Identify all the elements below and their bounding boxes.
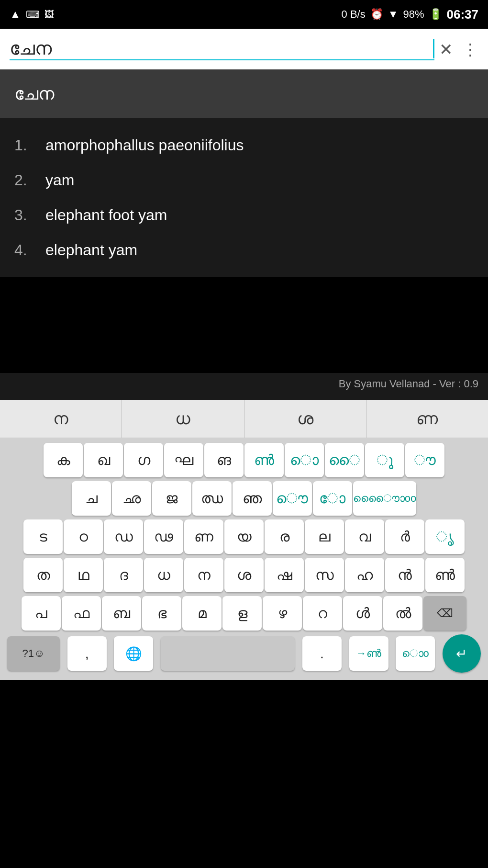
comma-key[interactable]: , — [67, 636, 107, 671]
key-ra[interactable]: ര — [265, 519, 304, 554]
key-row-3: ട ഠ ഡ ഢ ണ യ ര ല വ ർ ൃ — [2, 519, 486, 554]
key-ai-matra[interactable]: ൈ — [325, 443, 364, 477]
key-nna[interactable]: ണ — [184, 519, 223, 554]
globe-key[interactable]: 🌐 — [114, 636, 153, 671]
key-ka[interactable]: ക — [44, 443, 83, 477]
key-chillu-n2[interactable]: ൻ — [385, 558, 424, 592]
battery-icon: 🔋 — [429, 8, 442, 21]
more-options-button[interactable]: ⋮ — [462, 40, 478, 59]
key-o-matra[interactable]: ൊ — [285, 443, 324, 477]
key-gha[interactable]: ഘ — [164, 443, 203, 477]
key-ca[interactable]: ച — [72, 481, 111, 516]
key-ssa[interactable]: ഷ — [265, 558, 304, 592]
keyboard-icon: ⌨ — [26, 9, 40, 20]
key-dda[interactable]: ഡ — [104, 519, 143, 554]
key-ga[interactable]: ഗ — [124, 443, 163, 477]
key-jha[interactable]: ഝ — [192, 481, 232, 516]
key-chillu-r[interactable]: ർ — [385, 519, 424, 554]
key-kha[interactable]: ഖ — [84, 443, 123, 477]
result-item-2[interactable]: 2. yam — [14, 163, 474, 198]
keyboard: ക ഖ ഗ ഘ ങ ൺ ൊ ൈ ൂ ൗ ച ഛ ജ ഝ ഞ ൌ ോ ൈൌൊoo … — [0, 438, 488, 680]
key-na[interactable]: ന — [184, 558, 223, 592]
dots-key[interactable]: ൊo — [396, 636, 435, 671]
result-number-3: 3. — [14, 206, 41, 224]
suggestion-dropdown[interactable]: ചേന — [0, 69, 488, 118]
key-pha[interactable]: ഫ — [62, 596, 101, 631]
key-row-bottom: ?1☺ , 🌐 . →ൺ ൊo ↵ — [2, 634, 486, 673]
suggestion-item-3[interactable]: ശ — [244, 400, 366, 438]
key-tta[interactable]: ട — [23, 519, 63, 554]
suggestion-row: ന ധ ശ ണ — [0, 400, 488, 438]
key-oo-matra[interactable]: ോ — [313, 481, 352, 516]
time-display: 06:37 — [447, 7, 479, 22]
search-bar: ചേന ✕ ⋮ — [0, 29, 488, 69]
key-da[interactable]: ദ — [104, 558, 143, 592]
key-row-4: ത ഥ ദ ധ ന ശ ഷ സ ഹ ൻ ൺ — [2, 558, 486, 592]
suggestion-item-1[interactable]: ന — [0, 400, 122, 438]
key-va[interactable]: വ — [345, 519, 384, 554]
key-chillu-nn[interactable]: ൺ — [425, 558, 465, 592]
search-input[interactable]: ചേന — [10, 38, 432, 59]
key-la[interactable]: ല — [305, 519, 344, 554]
key-dha[interactable]: ധ — [144, 558, 183, 592]
watermark: By Syamu Vellanad - Ver : 0.9 — [0, 373, 488, 400]
status-bar: ▲ ⌨ 🖼 0 B/s ⏰ ▼ 98% 🔋 06:37 — [0, 0, 488, 29]
key-sha[interactable]: ശ — [224, 558, 264, 592]
result-number-4: 4. — [14, 241, 41, 259]
key-ma[interactable]: മ — [182, 596, 222, 631]
key-au-matra[interactable]: ൗ — [405, 443, 444, 477]
alarm-icon: ⏰ — [370, 8, 383, 21]
key-au2[interactable]: ൌ — [273, 481, 312, 516]
key-combo1[interactable]: ൈൌൊoo — [353, 481, 416, 516]
key-rra[interactable]: റ — [303, 596, 342, 631]
enter-key[interactable]: ↵ — [443, 634, 481, 673]
key-ya[interactable]: യ — [224, 519, 264, 554]
suggestion-item-4[interactable]: ണ — [366, 400, 488, 438]
result-number-1: 1. — [14, 136, 41, 154]
key-ba[interactable]: ബ — [102, 596, 141, 631]
key-ta[interactable]: ത — [23, 558, 63, 592]
result-text-2: yam — [45, 171, 74, 189]
key-zha[interactable]: ഴ — [263, 596, 302, 631]
result-text-1: amorphophallus paeoniifolius — [45, 136, 244, 154]
key-lla[interactable]: ള — [222, 596, 262, 631]
key-chillu-ll[interactable]: ൾ — [343, 596, 382, 631]
result-text-4: elephant yam — [45, 241, 137, 259]
globe-icon: 🌐 — [125, 646, 142, 662]
key-ttha[interactable]: ഠ — [64, 519, 103, 554]
key-ddha[interactable]: ഢ — [144, 519, 183, 554]
key-nya[interactable]: ഞ — [233, 481, 272, 516]
enter-icon: ↵ — [456, 646, 467, 662]
result-text-3: elephant foot yam — [45, 206, 167, 224]
space-key[interactable] — [161, 636, 295, 671]
backspace-icon: ⌫ — [437, 607, 453, 620]
key-vocalic-r[interactable]: ൃ — [425, 519, 465, 554]
key-row-2: ച ഛ ജ ഝ ഞ ൌ ോ ൈൌൊoo — [2, 481, 486, 516]
key-ja[interactable]: ജ — [152, 481, 191, 516]
key-cha[interactable]: ഛ — [112, 481, 151, 516]
key-tha[interactable]: ഥ — [64, 558, 103, 592]
key-bha[interactable]: ഭ — [142, 596, 181, 631]
symbol-key[interactable]: ?1☺ — [7, 636, 60, 671]
arrow-key[interactable]: →ൺ — [349, 636, 388, 671]
more-icon: ⋮ — [462, 40, 478, 59]
battery-text: 98% — [403, 8, 424, 21]
backspace-key[interactable]: ⌫ — [423, 596, 466, 631]
key-nga[interactable]: ങ — [204, 443, 244, 477]
key-pa[interactable]: പ — [22, 596, 61, 631]
results-area: 1. amorphophallus paeoniifolius 2. yam 3… — [0, 118, 488, 277]
result-item-3[interactable]: 3. elephant foot yam — [14, 198, 474, 233]
result-item-4[interactable]: 4. elephant yam — [14, 233, 474, 268]
image-icon: 🖼 — [44, 9, 54, 20]
key-uu-matra[interactable]: ൂ — [365, 443, 404, 477]
clear-button[interactable]: ✕ — [439, 40, 453, 59]
suggestion-text[interactable]: ചേന — [14, 84, 54, 103]
key-chillu-n[interactable]: ൺ — [244, 443, 284, 477]
result-item-1[interactable]: 1. amorphophallus paeoniifolius — [14, 128, 474, 163]
key-chillu-l[interactable]: ൽ — [383, 596, 422, 631]
key-sa[interactable]: സ — [305, 558, 344, 592]
key-ha[interactable]: ഹ — [345, 558, 384, 592]
status-left: ▲ ⌨ 🖼 — [10, 8, 54, 21]
suggestion-item-2[interactable]: ധ — [122, 400, 244, 438]
period-key[interactable]: . — [302, 636, 342, 671]
